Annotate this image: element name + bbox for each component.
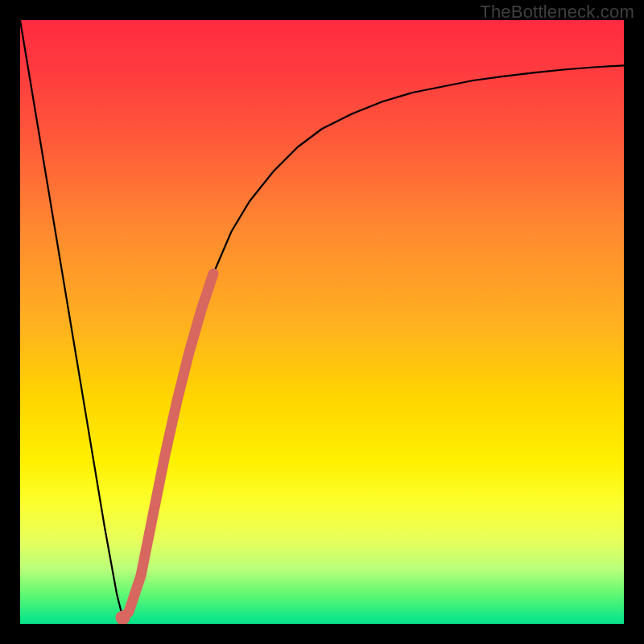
- plot-area: [20, 20, 624, 624]
- curve-svg: [20, 20, 624, 624]
- bottleneck-curve-path: [20, 20, 624, 618]
- highlight-segment-path: [123, 274, 214, 618]
- chart-frame: TheBottleneck.com: [0, 0, 644, 644]
